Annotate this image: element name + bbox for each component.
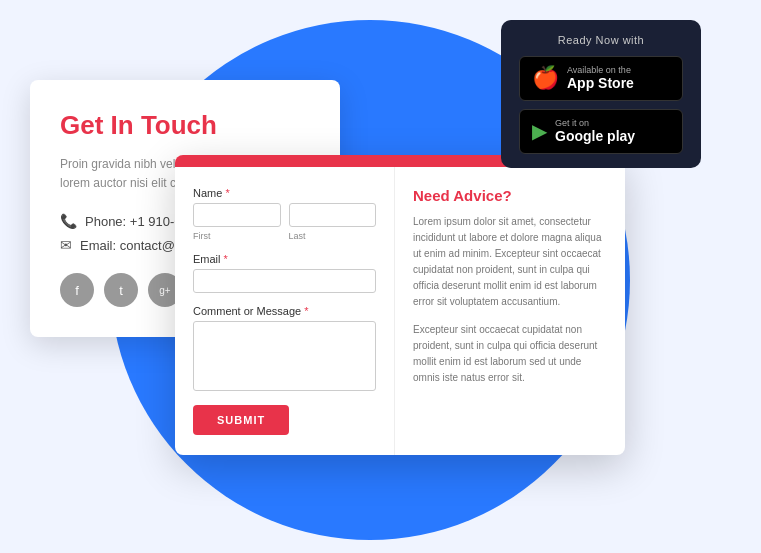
email-label: Email * (193, 253, 376, 265)
advice-title: Need Advice? (413, 187, 607, 204)
first-name-input[interactable] (193, 203, 281, 227)
name-required: * (222, 187, 229, 199)
apple-icon: 🍎 (532, 65, 559, 91)
google-play-text-group: Get it on Google play (555, 118, 635, 145)
email-input[interactable] (193, 269, 376, 293)
form-card-body: Name * First Last Email * Comment or Mes… (175, 167, 625, 455)
form-card: Name * First Last Email * Comment or Mes… (175, 155, 625, 455)
facebook-button[interactable]: f (60, 273, 94, 307)
contact-title: Get In Touch (60, 110, 310, 141)
app-store-name: App Store (567, 75, 634, 92)
advice-paragraph-1: Lorem ipsum dolor sit amet, consectetur … (413, 214, 607, 310)
comment-label: Comment or Message * (193, 305, 376, 317)
app-store-sub-label: Available on the (567, 65, 634, 75)
app-store-button[interactable]: 🍎 Available on the App Store (519, 56, 683, 101)
comment-required: * (301, 305, 308, 317)
email-icon: ✉ (60, 237, 72, 253)
last-sub-label: Last (289, 231, 377, 241)
app-store-text-group: Available on the App Store (567, 65, 634, 92)
google-play-button[interactable]: ▶ Get it on Google play (519, 109, 683, 154)
google-play-sub-label: Get it on (555, 118, 635, 128)
twitter-icon: t (119, 283, 123, 298)
first-sub-label: First (193, 231, 281, 241)
name-label: Name * (193, 187, 376, 199)
google-play-icon: ▶ (532, 119, 547, 143)
advice-paragraph-2: Excepteur sint occaecat cupidatat non pr… (413, 322, 607, 386)
ready-now-text: Ready Now with (519, 34, 683, 46)
comment-textarea[interactable] (193, 321, 376, 391)
google-plus-icon: g+ (159, 285, 170, 296)
phone-icon: 📞 (60, 213, 77, 229)
advice-panel: Need Advice? Lorem ipsum dolor sit amet,… (395, 167, 625, 455)
app-store-card: Ready Now with 🍎 Available on the App St… (501, 20, 701, 168)
google-play-name: Google play (555, 128, 635, 145)
facebook-icon: f (75, 283, 79, 298)
submit-button[interactable]: SUBMIT (193, 405, 289, 435)
twitter-button[interactable]: t (104, 273, 138, 307)
name-row (193, 203, 376, 227)
last-name-input[interactable] (289, 203, 377, 227)
email-required: * (221, 253, 228, 265)
name-sub-labels: First Last (193, 231, 376, 241)
form-left-panel: Name * First Last Email * Comment or Mes… (175, 167, 395, 455)
